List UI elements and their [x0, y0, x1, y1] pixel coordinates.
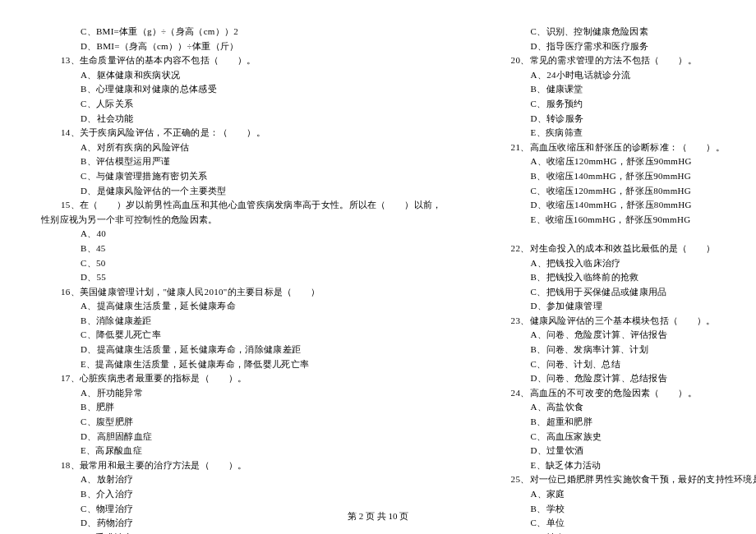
text-line: C、与健康管理措施有密切关系	[41, 169, 442, 184]
text-line: C、50	[41, 256, 442, 271]
text-line: D、高胆固醇血症	[41, 430, 442, 444]
text-line: 23、健康风险评估的三个基本模块包括（ ）。	[491, 314, 756, 329]
text-line: 22、对生命投入的成本和效益比最低的是（ ）	[491, 242, 756, 256]
text-line: B、问卷、发病率计算、计划	[491, 343, 756, 357]
text-line: D、社会	[491, 531, 756, 534]
text-line: 性别应视为另一个非可控制性的危险因素。	[41, 213, 442, 228]
text-line: B、肥胖	[41, 400, 442, 415]
text-line: 17、心脏疾病患者最重要的指标是（ ）。	[41, 371, 442, 386]
text-line: 25、对一位已婚肥胖男性实施饮食干预，最好的支持性环境是（ ）。	[491, 472, 756, 487]
text-line: A、家庭	[491, 487, 756, 502]
text-line: B、心理健康和对健康的总体感受	[41, 82, 442, 97]
text-line: C、收缩压120mmHG，舒张压80mmHG	[491, 184, 756, 199]
text-line: A、对所有疾病的风险评估	[41, 140, 442, 155]
text-line: A、提高健康生活质量，延长健康寿命	[41, 299, 442, 314]
text-line: E、手术治疗	[41, 531, 442, 534]
text-line: D、指导医疗需求和医疗服务	[491, 39, 756, 54]
text-line: C、BMI=体重（g）÷（身高（cm））2	[41, 25, 442, 39]
text-line: C、问卷、计划、总结	[491, 357, 756, 372]
text-line: D、问卷、危险度计算、总结报告	[491, 371, 756, 386]
text-line: 21、高血压收缩压和舒张压的诊断标准：（ ）。	[491, 140, 756, 155]
text-line: B、把钱投入临终前的抢救	[491, 270, 756, 285]
right-column: C、识别、控制健康危险因素D、指导医疗需求和医疗服务20、常见的需求管理的方法不…	[491, 25, 756, 534]
text-line: C、识别、控制健康危险因素	[491, 25, 756, 39]
text-line: A、肝功能异常	[41, 386, 442, 401]
text-line: B、健康课堂	[491, 82, 756, 97]
text-line: E、收缩压160mmHG，舒张压90mmHG	[491, 213, 756, 228]
text-line: C、把钱用于买保健品或健康用品	[491, 285, 756, 300]
text-line: 15、在（ ）岁以前男性高血压和其他心血管疾病发病率高于女性。所以在（ ）以前，	[41, 198, 442, 213]
text-line: C、高血压家族史	[491, 430, 756, 444]
text-line: 20、常见的需求管理的方法不包括（ ）。	[491, 53, 756, 68]
text-line: B、消除健康差距	[41, 314, 442, 329]
text-line: C、服务预约	[491, 97, 756, 112]
text-line: C、腹型肥胖	[41, 415, 442, 430]
text-line	[491, 227, 756, 242]
text-line: D、是健康风险评估的一个主要类型	[41, 184, 442, 199]
text-line: B、超重和肥胖	[491, 415, 756, 430]
text-line: A、放射治疗	[41, 472, 442, 487]
left-column: C、BMI=体重（g）÷（身高（cm））2D、BMI=（身高（cm））÷体重（斤…	[41, 25, 442, 534]
text-line: 14、关于疾病风险评估，不正确的是：（ ）。	[41, 126, 442, 140]
text-line: D、社会功能	[41, 112, 442, 127]
text-line: E、提高健康生活质量，延长健康寿命，降低婴儿死亡率	[41, 357, 442, 372]
text-line: 18、最常用和最主要的治疗方法是（ ）。	[41, 458, 442, 473]
text-line: D、55	[41, 270, 442, 285]
page-footer: 第 2 页 共 10 页	[0, 509, 756, 524]
text-line: D、参加健康管理	[491, 299, 756, 314]
text-line: A、高盐饮食	[491, 400, 756, 415]
text-line: 24、高血压的不可改变的危险因素（ ）。	[491, 386, 756, 401]
text-line: A、问卷、危险度计算、评估报告	[491, 328, 756, 343]
two-column-layout: C、BMI=体重（g）÷（身高（cm））2D、BMI=（身高（cm））÷体重（斤…	[41, 25, 715, 534]
text-line: D、收缩压140mmHG，舒张压80mmHG	[491, 198, 756, 213]
text-line: B、收缩压140mmHG，舒张压90mmHG	[491, 169, 756, 184]
text-line: D、转诊服务	[491, 112, 756, 127]
text-line: D、过量饮酒	[491, 444, 756, 458]
text-line: E、高尿酸血症	[41, 444, 442, 458]
text-line: D、提高健康生活质量，延长健康寿命，消除健康差距	[41, 343, 442, 357]
text-line: A、躯体健康和疾病状况	[41, 68, 442, 83]
text-line: B、评估模型运用严谨	[41, 154, 442, 169]
text-line: E、疾病筛查	[491, 126, 756, 140]
text-line: A、收缩压120mmHG，舒张压90mmHG	[491, 154, 756, 169]
text-line: 16、美国健康管理计划，"健康人民2010"的主要目标是（ ）	[41, 285, 442, 300]
text-line: B、45	[41, 242, 442, 256]
text-line: E、缺乏体力活动	[491, 458, 756, 473]
text-line: 13、生命质量评估的基本内容不包括（ ）。	[41, 53, 442, 68]
text-line: C、降低婴儿死亡率	[41, 328, 442, 343]
text-line: B、介入治疗	[41, 487, 442, 502]
text-line: D、BMI=（身高（cm））÷体重（斤）	[41, 39, 442, 54]
text-line: A、40	[41, 227, 442, 242]
text-line: A、把钱投入临床治疗	[491, 256, 756, 271]
text-line: C、人际关系	[41, 97, 442, 112]
text-line: A、24小时电话就诊分流	[491, 68, 756, 83]
